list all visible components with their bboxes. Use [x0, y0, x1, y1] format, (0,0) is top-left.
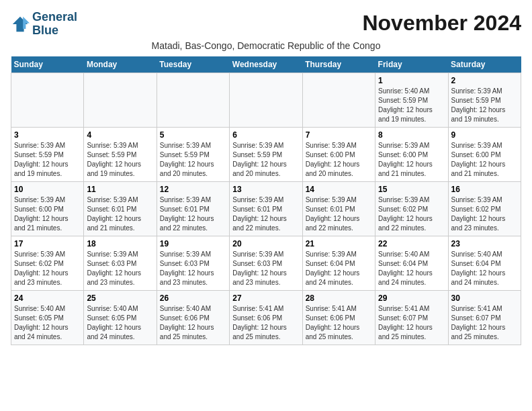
day-info: Sunrise: 5:39 AM Sunset: 6:03 PM Dayligh…	[160, 250, 226, 287]
calendar-cell: 21Sunrise: 5:39 AM Sunset: 6:04 PM Dayli…	[302, 236, 375, 290]
day-info: Sunrise: 5:39 AM Sunset: 6:00 PM Dayligh…	[306, 141, 372, 179]
day-info: Sunrise: 5:41 AM Sunset: 6:06 PM Dayligh…	[232, 304, 299, 342]
day-info: Sunrise: 5:39 AM Sunset: 6:00 PM Dayligh…	[14, 195, 81, 233]
logo-icon	[11, 15, 30, 34]
calendar-cell: 27Sunrise: 5:41 AM Sunset: 6:06 PM Dayli…	[230, 290, 302, 345]
calendar-cell	[11, 73, 84, 127]
day-number: 23	[451, 239, 518, 248]
header-saturday: Saturday	[448, 56, 521, 73]
calendar-cell: 23Sunrise: 5:40 AM Sunset: 6:04 PM Dayli…	[448, 236, 521, 290]
day-number: 1	[378, 76, 445, 85]
day-number: 2	[451, 76, 518, 85]
svg-marker-1	[23, 17, 30, 29]
day-info: Sunrise: 5:40 AM Sunset: 6:06 PM Dayligh…	[160, 304, 226, 342]
calendar-cell: 18Sunrise: 5:39 AM Sunset: 6:03 PM Dayli…	[84, 236, 157, 290]
day-number: 3	[14, 130, 81, 140]
logo: General Blue	[11, 11, 77, 38]
calendar-cell: 5Sunrise: 5:39 AM Sunset: 5:59 PM Daylig…	[157, 127, 229, 181]
day-info: Sunrise: 5:39 AM Sunset: 5:59 PM Dayligh…	[160, 141, 226, 179]
calendar-cell: 6Sunrise: 5:39 AM Sunset: 5:59 PM Daylig…	[230, 127, 302, 181]
day-info: Sunrise: 5:40 AM Sunset: 6:04 PM Dayligh…	[378, 250, 445, 287]
calendar-cell: 7Sunrise: 5:39 AM Sunset: 6:00 PM Daylig…	[302, 127, 375, 181]
calendar-cell: 25Sunrise: 5:40 AM Sunset: 6:05 PM Dayli…	[84, 290, 157, 345]
day-info: Sunrise: 5:39 AM Sunset: 5:59 PM Dayligh…	[232, 141, 299, 179]
day-number: 30	[451, 293, 518, 303]
day-info: Sunrise: 5:39 AM Sunset: 6:02 PM Dayligh…	[451, 195, 518, 233]
day-number: 18	[87, 239, 153, 248]
day-info: Sunrise: 5:39 AM Sunset: 6:01 PM Dayligh…	[160, 195, 226, 233]
calendar-cell: 24Sunrise: 5:40 AM Sunset: 6:05 PM Dayli…	[11, 290, 84, 345]
day-number: 19	[160, 239, 226, 248]
calendar-table: SundayMondayTuesdayWednesdayThursdayFrid…	[11, 56, 521, 345]
day-info: Sunrise: 5:40 AM Sunset: 5:59 PM Dayligh…	[378, 87, 445, 124]
day-info: Sunrise: 5:40 AM Sunset: 6:04 PM Dayligh…	[451, 250, 518, 287]
day-info: Sunrise: 5:39 AM Sunset: 6:02 PM Dayligh…	[14, 250, 81, 287]
calendar-cell: 29Sunrise: 5:41 AM Sunset: 6:07 PM Dayli…	[375, 290, 448, 345]
day-info: Sunrise: 5:39 AM Sunset: 6:04 PM Dayligh…	[306, 250, 372, 287]
calendar-cell: 15Sunrise: 5:39 AM Sunset: 6:02 PM Dayli…	[375, 181, 448, 236]
day-info: Sunrise: 5:39 AM Sunset: 6:00 PM Dayligh…	[451, 141, 518, 179]
subtitle: Matadi, Bas-Congo, Democratic Republic o…	[11, 40, 521, 51]
day-number: 6	[232, 130, 299, 140]
day-number: 13	[232, 185, 299, 194]
day-number: 27	[232, 293, 299, 303]
day-info: Sunrise: 5:39 AM Sunset: 6:02 PM Dayligh…	[378, 195, 445, 233]
month-title: November 2024	[362, 11, 521, 36]
calendar-cell: 2Sunrise: 5:39 AM Sunset: 5:59 PM Daylig…	[448, 73, 521, 127]
header-wednesday: Wednesday	[230, 56, 302, 73]
calendar-week-row: 24Sunrise: 5:40 AM Sunset: 6:05 PM Dayli…	[11, 290, 521, 345]
calendar-cell: 12Sunrise: 5:39 AM Sunset: 6:01 PM Dayli…	[157, 181, 229, 236]
day-info: Sunrise: 5:39 AM Sunset: 6:03 PM Dayligh…	[87, 250, 153, 287]
day-number: 15	[378, 185, 445, 194]
header-tuesday: Tuesday	[157, 56, 229, 73]
calendar-cell	[230, 73, 302, 127]
header-thursday: Thursday	[302, 56, 375, 73]
calendar-cell: 10Sunrise: 5:39 AM Sunset: 6:00 PM Dayli…	[11, 181, 84, 236]
day-number: 26	[160, 293, 226, 303]
day-info: Sunrise: 5:40 AM Sunset: 6:05 PM Dayligh…	[87, 304, 153, 342]
day-number: 24	[14, 293, 81, 303]
day-info: Sunrise: 5:39 AM Sunset: 6:00 PM Dayligh…	[378, 141, 445, 179]
calendar-week-row: 1Sunrise: 5:40 AM Sunset: 5:59 PM Daylig…	[11, 73, 521, 127]
day-info: Sunrise: 5:39 AM Sunset: 6:01 PM Dayligh…	[306, 195, 372, 233]
calendar-cell: 20Sunrise: 5:39 AM Sunset: 6:03 PM Dayli…	[230, 236, 302, 290]
day-number: 8	[378, 130, 445, 140]
calendar-cell: 13Sunrise: 5:39 AM Sunset: 6:01 PM Dayli…	[230, 181, 302, 236]
calendar-cell: 17Sunrise: 5:39 AM Sunset: 6:02 PM Dayli…	[11, 236, 84, 290]
calendar-week-row: 10Sunrise: 5:39 AM Sunset: 6:00 PM Dayli…	[11, 181, 521, 236]
day-number: 12	[160, 185, 226, 194]
day-number: 16	[451, 185, 518, 194]
calendar-cell: 28Sunrise: 5:41 AM Sunset: 6:06 PM Dayli…	[302, 290, 375, 345]
day-number: 10	[14, 185, 81, 194]
header-monday: Monday	[84, 56, 157, 73]
calendar-cell: 4Sunrise: 5:39 AM Sunset: 5:59 PM Daylig…	[84, 127, 157, 181]
calendar-week-row: 17Sunrise: 5:39 AM Sunset: 6:02 PM Dayli…	[11, 236, 521, 290]
day-number: 25	[87, 293, 153, 303]
header-sunday: Sunday	[11, 56, 84, 73]
calendar-cell	[157, 73, 229, 127]
calendar-cell: 3Sunrise: 5:39 AM Sunset: 5:59 PM Daylig…	[11, 127, 84, 181]
calendar-cell: 11Sunrise: 5:39 AM Sunset: 6:01 PM Dayli…	[84, 181, 157, 236]
day-number: 9	[451, 130, 518, 140]
calendar-cell: 30Sunrise: 5:41 AM Sunset: 6:07 PM Dayli…	[448, 290, 521, 345]
calendar-cell: 16Sunrise: 5:39 AM Sunset: 6:02 PM Dayli…	[448, 181, 521, 236]
day-number: 20	[232, 239, 299, 248]
day-number: 4	[87, 130, 153, 140]
day-info: Sunrise: 5:39 AM Sunset: 6:01 PM Dayligh…	[87, 195, 153, 233]
day-number: 28	[306, 293, 372, 303]
day-number: 29	[378, 293, 445, 303]
calendar-cell	[84, 73, 157, 127]
day-number: 7	[306, 130, 372, 140]
day-number: 14	[306, 185, 372, 194]
day-info: Sunrise: 5:39 AM Sunset: 6:01 PM Dayligh…	[232, 195, 299, 233]
day-number: 21	[306, 239, 372, 248]
day-info: Sunrise: 5:39 AM Sunset: 5:59 PM Dayligh…	[451, 87, 518, 124]
day-info: Sunrise: 5:39 AM Sunset: 6:03 PM Dayligh…	[232, 250, 299, 287]
day-info: Sunrise: 5:41 AM Sunset: 6:06 PM Dayligh…	[306, 304, 372, 342]
calendar-cell: 8Sunrise: 5:39 AM Sunset: 6:00 PM Daylig…	[375, 127, 448, 181]
calendar-header-row: SundayMondayTuesdayWednesdayThursdayFrid…	[11, 56, 521, 73]
day-number: 17	[14, 239, 81, 248]
day-info: Sunrise: 5:39 AM Sunset: 5:59 PM Dayligh…	[14, 141, 81, 179]
calendar-cell: 26Sunrise: 5:40 AM Sunset: 6:06 PM Dayli…	[157, 290, 229, 345]
calendar-cell	[302, 73, 375, 127]
